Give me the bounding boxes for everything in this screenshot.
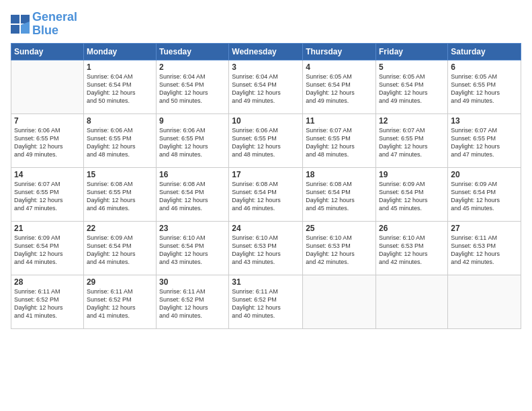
day-info: Sunrise: 6:05 AMSunset: 6:55 PMDaylight:… (451, 73, 518, 105)
day-info: Sunrise: 6:08 AMSunset: 6:54 PMDaylight:… (159, 180, 226, 213)
day-cell: 6Sunrise: 6:05 AMSunset: 6:55 PMDaylight… (448, 60, 521, 113)
day-number: 12 (379, 116, 445, 126)
day-number: 24 (232, 224, 300, 233)
weekday-header-wednesday: Wednesday (229, 43, 303, 60)
day-cell: 25Sunrise: 6:10 AMSunset: 6:53 PMDayligh… (303, 221, 376, 275)
day-info: Sunrise: 6:07 AMSunset: 6:55 PMDaylight:… (306, 126, 373, 159)
day-number: 2 (159, 62, 226, 72)
day-cell: 19Sunrise: 6:09 AMSunset: 6:54 PMDayligh… (376, 167, 448, 221)
day-cell: 31Sunrise: 6:11 AMSunset: 6:52 PMDayligh… (229, 275, 303, 328)
week-row-3: 21Sunrise: 6:09 AMSunset: 6:54 PMDayligh… (11, 221, 521, 275)
day-cell: 13Sunrise: 6:07 AMSunset: 6:55 PMDayligh… (448, 113, 521, 167)
day-info: Sunrise: 6:04 AMSunset: 6:54 PMDaylight:… (159, 73, 226, 105)
day-cell: 29Sunrise: 6:11 AMSunset: 6:52 PMDayligh… (83, 275, 156, 328)
day-info: Sunrise: 6:04 AMSunset: 6:54 PMDaylight:… (232, 73, 300, 105)
day-cell: 7Sunrise: 6:06 AMSunset: 6:55 PMDaylight… (11, 113, 84, 167)
day-info: Sunrise: 6:07 AMSunset: 6:55 PMDaylight:… (379, 126, 445, 159)
day-info: Sunrise: 6:07 AMSunset: 6:55 PMDaylight:… (14, 180, 81, 213)
day-cell: 18Sunrise: 6:08 AMSunset: 6:54 PMDayligh… (303, 167, 376, 221)
day-number: 21 (14, 224, 81, 233)
day-cell: 22Sunrise: 6:09 AMSunset: 6:54 PMDayligh… (83, 221, 156, 275)
day-info: Sunrise: 6:09 AMSunset: 6:54 PMDaylight:… (451, 180, 518, 213)
week-row-0: 1Sunrise: 6:04 AMSunset: 6:54 PMDaylight… (11, 60, 521, 113)
day-number: 17 (232, 170, 300, 179)
day-number: 27 (451, 224, 518, 233)
day-info: Sunrise: 6:08 AMSunset: 6:55 PMDaylight:… (87, 180, 153, 213)
day-number: 1 (87, 62, 153, 72)
weekday-header-saturday: Saturday (448, 43, 521, 60)
weekday-header-monday: Monday (83, 43, 156, 60)
day-number: 19 (379, 170, 445, 179)
day-number: 16 (159, 170, 226, 179)
day-cell: 27Sunrise: 6:11 AMSunset: 6:53 PMDayligh… (448, 221, 521, 275)
day-number: 30 (159, 277, 226, 287)
logo: General Blue (11, 11, 77, 38)
day-info: Sunrise: 6:06 AMSunset: 6:55 PMDaylight:… (159, 126, 226, 159)
day-cell: 1Sunrise: 6:04 AMSunset: 6:54 PMDaylight… (83, 60, 156, 113)
day-number: 18 (306, 170, 373, 179)
logo-icon (11, 15, 30, 34)
day-info: Sunrise: 6:06 AMSunset: 6:55 PMDaylight:… (87, 126, 153, 159)
day-cell: 28Sunrise: 6:11 AMSunset: 6:52 PMDayligh… (11, 275, 84, 328)
day-cell: 26Sunrise: 6:10 AMSunset: 6:53 PMDayligh… (376, 221, 448, 275)
day-number: 29 (87, 277, 153, 287)
day-info: Sunrise: 6:11 AMSunset: 6:53 PMDaylight:… (451, 234, 518, 267)
day-number: 31 (232, 277, 300, 287)
day-cell (376, 275, 448, 328)
day-info: Sunrise: 6:09 AMSunset: 6:54 PMDaylight:… (87, 234, 153, 267)
day-info: Sunrise: 6:04 AMSunset: 6:54 PMDaylight:… (87, 73, 153, 105)
week-row-2: 14Sunrise: 6:07 AMSunset: 6:55 PMDayligh… (11, 167, 521, 221)
day-cell: 23Sunrise: 6:10 AMSunset: 6:54 PMDayligh… (157, 221, 229, 275)
day-cell: 10Sunrise: 6:06 AMSunset: 6:55 PMDayligh… (229, 113, 303, 167)
day-number: 25 (306, 224, 373, 233)
weekday-header-friday: Friday (376, 43, 448, 60)
day-cell: 3Sunrise: 6:04 AMSunset: 6:54 PMDaylight… (229, 60, 303, 113)
logo-general: General (32, 10, 77, 24)
weekday-header-thursday: Thursday (303, 43, 376, 60)
day-number: 22 (87, 224, 153, 233)
page-header: General Blue (11, 11, 521, 38)
day-number: 8 (87, 116, 153, 126)
day-cell: 12Sunrise: 6:07 AMSunset: 6:55 PMDayligh… (376, 113, 448, 167)
day-number: 15 (87, 170, 153, 179)
day-info: Sunrise: 6:10 AMSunset: 6:53 PMDaylight:… (232, 234, 300, 267)
day-number: 9 (159, 116, 226, 126)
day-cell: 20Sunrise: 6:09 AMSunset: 6:54 PMDayligh… (448, 167, 521, 221)
day-number: 20 (451, 170, 518, 179)
day-info: Sunrise: 6:10 AMSunset: 6:54 PMDaylight:… (159, 234, 226, 267)
logo-text: General Blue (32, 11, 77, 38)
day-info: Sunrise: 6:11 AMSunset: 6:52 PMDaylight:… (159, 287, 226, 320)
day-number: 10 (232, 116, 300, 126)
day-cell: 8Sunrise: 6:06 AMSunset: 6:55 PMDaylight… (83, 113, 156, 167)
day-info: Sunrise: 6:10 AMSunset: 6:53 PMDaylight:… (306, 234, 373, 267)
day-info: Sunrise: 6:05 AMSunset: 6:54 PMDaylight:… (306, 73, 373, 105)
day-cell: 17Sunrise: 6:08 AMSunset: 6:54 PMDayligh… (229, 167, 303, 221)
day-cell: 2Sunrise: 6:04 AMSunset: 6:54 PMDaylight… (157, 60, 229, 113)
day-number: 11 (306, 116, 373, 126)
day-cell: 15Sunrise: 6:08 AMSunset: 6:55 PMDayligh… (83, 167, 156, 221)
page-container: General Blue SundayMondayTuesdayWednesda… (0, 0, 532, 411)
day-cell (448, 275, 521, 328)
day-info: Sunrise: 6:05 AMSunset: 6:54 PMDaylight:… (379, 73, 445, 105)
day-number: 7 (14, 116, 81, 126)
day-info: Sunrise: 6:11 AMSunset: 6:52 PMDaylight:… (14, 287, 81, 320)
day-number: 4 (306, 62, 373, 72)
day-info: Sunrise: 6:11 AMSunset: 6:52 PMDaylight:… (87, 287, 153, 320)
day-info: Sunrise: 6:08 AMSunset: 6:54 PMDaylight:… (306, 180, 373, 213)
weekday-header-tuesday: Tuesday (157, 43, 229, 60)
svg-rect-2 (11, 25, 19, 34)
day-info: Sunrise: 6:11 AMSunset: 6:52 PMDaylight:… (232, 287, 300, 320)
day-number: 28 (14, 277, 81, 287)
weekday-header-sunday: Sunday (11, 43, 84, 60)
day-cell: 24Sunrise: 6:10 AMSunset: 6:53 PMDayligh… (229, 221, 303, 275)
day-info: Sunrise: 6:07 AMSunset: 6:55 PMDaylight:… (451, 126, 518, 159)
calendar-table: SundayMondayTuesdayWednesdayThursdayFrid… (11, 43, 521, 329)
day-info: Sunrise: 6:06 AMSunset: 6:55 PMDaylight:… (14, 126, 81, 159)
day-cell: 5Sunrise: 6:05 AMSunset: 6:54 PMDaylight… (376, 60, 448, 113)
day-number: 26 (379, 224, 445, 233)
day-number: 14 (14, 170, 81, 179)
logo-blue: Blue (32, 24, 58, 37)
day-number: 13 (451, 116, 518, 126)
day-number: 5 (379, 62, 445, 72)
week-row-1: 7Sunrise: 6:06 AMSunset: 6:55 PMDaylight… (11, 113, 521, 167)
